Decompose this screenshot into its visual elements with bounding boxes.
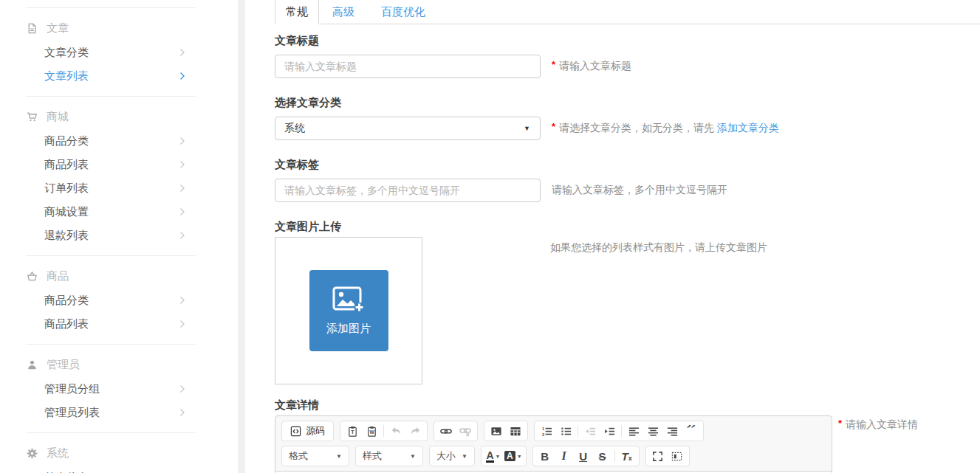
text-color-button[interactable]: A ▼	[484, 447, 503, 465]
tags-input[interactable]	[275, 179, 541, 202]
sidebar-section-article: 文章 文章分类 文章列表	[27, 7, 196, 96]
sidebar-header-label: 文章	[47, 21, 69, 35]
title-label: 文章标题	[275, 34, 980, 47]
editor-toolbar-row-2: 格式 ▼ 样式 ▼ 大小 ▼ A	[281, 446, 826, 466]
numbered-list-button[interactable]: 12	[537, 422, 556, 440]
title-input[interactable]	[275, 55, 541, 78]
align-right-button[interactable]	[662, 422, 682, 440]
chevron-right-icon	[179, 296, 185, 305]
size-dropdown[interactable]: 大小 ▼	[429, 446, 475, 466]
sidebar-item-article-category[interactable]: 文章分类	[27, 41, 196, 64]
sidebar: 文章 文章分类 文章列表 商城 商品分类 商品列表 订单列表	[0, 0, 238, 473]
sidebar-item-admin-group[interactable]: 管理员分组	[27, 377, 196, 401]
caret-down-icon: ▼	[410, 453, 416, 460]
chevron-right-icon	[179, 184, 185, 193]
article-icon	[27, 23, 38, 34]
add-image-button-label: 添加图片	[326, 322, 371, 336]
svg-text:T: T	[351, 429, 354, 435]
italic-button[interactable]: I	[555, 447, 574, 465]
system-gear-icon	[27, 448, 38, 459]
maximize-button[interactable]	[648, 447, 668, 465]
redo-button[interactable]	[405, 422, 425, 440]
sidebar-section-admin: 管理员 管理员分组 管理员列表	[27, 344, 196, 432]
underline-button[interactable]: U	[574, 447, 593, 465]
undo-button[interactable]	[386, 422, 405, 440]
rich-text-editor: 源码 T W	[275, 415, 832, 473]
sidebar-item-order-list[interactable]: 订单列表	[27, 176, 196, 200]
image-label: 文章图片上传	[275, 220, 980, 233]
increase-indent-button[interactable]	[600, 422, 619, 440]
sidebar-item-mall-goods-list[interactable]: 商品列表	[27, 153, 196, 176]
chevron-right-icon	[179, 160, 185, 169]
add-image-button[interactable]: 添加图片	[309, 270, 388, 351]
category-hint: *请选择文章分类，如无分类，请先添加文章分类	[552, 122, 779, 135]
sidebar-item-refund-list[interactable]: 退款列表	[27, 224, 196, 247]
sidebar-header-goods[interactable]: 商品	[27, 264, 196, 289]
add-image-icon	[332, 286, 366, 315]
source-icon	[290, 426, 301, 437]
sidebar-item-goods-list[interactable]: 商品列表	[27, 312, 196, 336]
sidebar-item-admin-list[interactable]: 管理员列表	[27, 401, 196, 424]
link-button[interactable]	[436, 422, 456, 440]
strikethrough-button[interactable]: S	[593, 447, 612, 465]
unlink-button[interactable]	[456, 422, 475, 440]
sidebar-header-label: 系统	[47, 446, 69, 460]
category-select[interactable]: 系统 ▼	[275, 117, 541, 140]
sidebar-section-system: 系统 基本信息	[27, 432, 196, 473]
editor-toolbar-row-1: 源码 T W	[281, 421, 826, 441]
format-dropdown[interactable]: 格式 ▼	[281, 446, 349, 466]
chevron-right-icon	[179, 320, 185, 328]
tab-general[interactable]: 常规	[275, 0, 319, 24]
bold-button[interactable]: B	[535, 447, 555, 465]
caret-down-icon: ▼	[336, 453, 342, 460]
sidebar-header-label: 管理员	[47, 358, 80, 372]
align-center-button[interactable]	[643, 422, 662, 440]
sidebar-item-basic-info[interactable]: 基本信息	[27, 466, 196, 473]
caret-down-icon: ▼	[517, 454, 522, 459]
source-button[interactable]: 源码	[284, 422, 331, 440]
category-label: 选择文章分类	[275, 96, 980, 109]
paste-as-text-button[interactable]: T	[343, 422, 362, 440]
add-category-link[interactable]: 添加文章分类	[717, 122, 779, 134]
remove-format-button[interactable]: Tx	[617, 447, 637, 465]
sidebar-item-mall-settings[interactable]: 商城设置	[27, 200, 196, 224]
form-row-image: 文章图片上传	[275, 220, 980, 384]
sidebar-item-article-list[interactable]: 文章列表	[27, 64, 196, 88]
sidebar-header-mall[interactable]: 商城	[27, 105, 196, 129]
align-left-button[interactable]	[624, 422, 643, 440]
show-blocks-button[interactable]	[668, 447, 687, 465]
main-panel: 常规 高级 百度优化 文章标题 *请输入文章标题 选择文章分类 系统 ▼ *请选…	[245, 0, 980, 473]
sidebar-header-label: 商品	[47, 269, 69, 283]
sidebar-header-system[interactable]: 系统	[27, 441, 196, 466]
form-row-title: 文章标题 *请输入文章标题	[275, 34, 980, 78]
sidebar-header-admin[interactable]: 管理员	[27, 353, 196, 377]
svg-text:2: 2	[541, 432, 544, 436]
remove-format-icon: Tx	[622, 450, 632, 463]
svg-text:W: W	[369, 429, 374, 435]
chevron-right-icon	[179, 408, 185, 417]
detail-hint: *请输入文章详情	[838, 418, 918, 432]
sidebar-section-mall: 商城 商品分类 商品列表 订单列表 商城设置 退款列表	[27, 96, 196, 255]
caret-down-icon: ▼	[496, 454, 501, 459]
tags-hint: 请输入文章标签，多个用中文逗号隔开	[552, 184, 727, 197]
image-upload-box[interactable]: 添加图片	[275, 237, 422, 384]
bulleted-list-button[interactable]	[556, 422, 575, 440]
sidebar-item-goods-category[interactable]: 商品分类	[27, 289, 196, 312]
background-color-button[interactable]: A ▼	[503, 447, 524, 465]
decrease-indent-button[interactable]	[580, 422, 600, 440]
styles-dropdown[interactable]: 样式 ▼	[355, 446, 423, 466]
text-color-icon: A	[486, 450, 493, 463]
required-asterisk: *	[838, 418, 842, 429]
mall-cart-icon	[27, 111, 38, 122]
sidebar-header-article[interactable]: 文章	[27, 16, 196, 41]
sidebar-header-label: 商城	[47, 110, 69, 124]
insert-table-button[interactable]	[506, 422, 525, 440]
tab-advanced[interactable]: 高级	[319, 0, 368, 24]
strikethrough-icon: S	[599, 450, 606, 463]
background-color-icon: A	[504, 451, 515, 461]
tab-baidu-seo[interactable]: 百度优化	[368, 0, 439, 24]
blockquote-button[interactable]: ”	[682, 422, 701, 440]
insert-image-button[interactable]	[487, 422, 506, 440]
paste-from-word-button[interactable]: W	[362, 422, 381, 440]
sidebar-item-mall-goods-category[interactable]: 商品分类	[27, 129, 196, 153]
